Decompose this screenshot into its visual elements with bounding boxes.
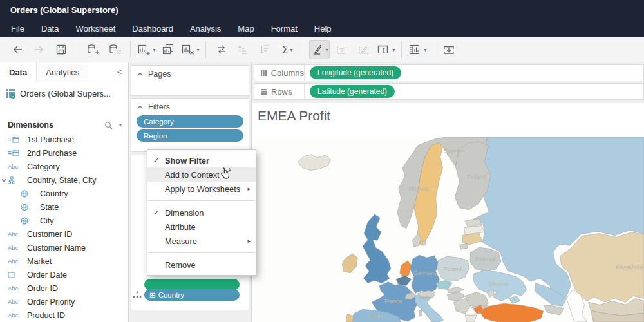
search-icon[interactable] xyxy=(104,120,113,130)
download-icon[interactable] xyxy=(439,41,459,59)
columns-pill-longitude[interactable]: Longitude (generated) xyxy=(310,66,401,79)
menu-item-attribute[interactable]: Attribute xyxy=(147,220,256,234)
date-icon xyxy=(12,136,19,143)
abc-icon: Abc xyxy=(8,285,18,292)
sort-descending-icon[interactable] xyxy=(256,41,275,59)
pause-auto-updates-icon[interactable] xyxy=(105,41,124,59)
menu-bar: File Data Worksheet Dashboard Analysis M… xyxy=(0,19,644,37)
collapse-card-icon[interactable] xyxy=(137,105,143,109)
menu-map[interactable]: Map xyxy=(229,19,262,37)
europe-map[interactable]: SwedenNorwayFinlandPolandBelarusUkraineG… xyxy=(253,137,644,322)
map-region-kaliningrad[interactable] xyxy=(459,243,468,249)
menu-item-dimension[interactable]: ✓Dimension xyxy=(147,205,256,220)
menu-worksheet[interactable]: Worksheet xyxy=(67,19,124,37)
dimensions-title: Dimensions xyxy=(8,120,104,129)
date-icon xyxy=(8,271,15,278)
tableau-window: Orders (Global Superstore) File Data Wor… xyxy=(0,0,644,322)
fit-icon[interactable]: ▾ xyxy=(376,41,395,59)
dimensions-menu-icon[interactable]: ▾ xyxy=(119,122,122,128)
duplicate-sheet-icon[interactable] xyxy=(158,41,178,59)
new-worksheet-icon[interactable]: ▾ xyxy=(137,41,156,59)
calc-icon: = xyxy=(8,149,12,156)
show-me-icon[interactable]: ▾ xyxy=(408,41,427,59)
field-product-id[interactable]: AbcProduct ID xyxy=(0,308,128,322)
menu-dashboard[interactable]: Dashboard xyxy=(124,19,182,37)
show-mark-labels-icon[interactable]: T xyxy=(332,41,352,59)
expand-hierarchy-icon[interactable]: ⊞ xyxy=(149,290,156,299)
menu-help[interactable]: Help xyxy=(306,19,340,37)
abc-icon: Abc xyxy=(8,244,18,251)
map-country-label: Norway xyxy=(409,185,429,192)
field-state[interactable]: State xyxy=(0,200,128,214)
map-view[interactable]: SwedenNorwayFinlandPolandBelarusUkraineG… xyxy=(253,137,644,322)
field-order-id[interactable]: AbcOrder ID xyxy=(0,281,128,295)
sheet-area: Columns Longitude (generated) Rows Latit… xyxy=(251,62,644,322)
collapse-card-icon[interactable] xyxy=(137,72,143,77)
columns-shelf[interactable]: Columns Longitude (generated) xyxy=(254,64,644,81)
collapse-pane-icon[interactable]: < xyxy=(111,62,128,82)
abc-icon: Abc xyxy=(8,312,18,319)
filter-pill-region[interactable]: Region xyxy=(137,129,243,142)
menu-file[interactable]: File xyxy=(3,19,33,37)
map-country-label: Spain xyxy=(367,313,382,319)
tab-data[interactable]: Data xyxy=(0,62,37,82)
back-icon[interactable] xyxy=(8,41,27,59)
map-island-corsica[interactable] xyxy=(419,309,422,316)
field-country-state-city[interactable]: Country, State, City xyxy=(0,173,128,187)
rows-pill-latitude[interactable]: Latitude (generated) xyxy=(310,85,395,98)
sort-ascending-icon[interactable] xyxy=(234,41,253,59)
globe-icon xyxy=(21,217,28,225)
highlight-icon[interactable]: ▾ xyxy=(309,40,330,59)
field-category[interactable]: AbcCategory xyxy=(0,160,128,173)
pages-card: Pages xyxy=(131,65,249,96)
field-customer-name[interactable]: AbcCustomer Name xyxy=(0,241,128,254)
format-annotation-icon[interactable] xyxy=(354,41,374,59)
chevron-down-icon[interactable] xyxy=(1,178,6,183)
rows-shelf[interactable]: Rows Latitude (generated) xyxy=(254,83,644,100)
menu-format[interactable]: Format xyxy=(263,19,306,37)
marks-detail-row: ⊞ Country xyxy=(132,289,240,301)
field-city[interactable]: City xyxy=(0,214,128,227)
abc-icon: Abc xyxy=(8,258,18,265)
menu-item-add-to-context[interactable]: Add to Context xyxy=(147,167,256,182)
map-country-label: Italy xyxy=(419,294,430,301)
swap-rows-columns-icon[interactable] xyxy=(212,41,231,59)
field-customer-id[interactable]: AbcCustomer ID xyxy=(0,227,128,241)
field-1st-purchase[interactable]: =1st Purchase xyxy=(0,133,128,146)
menu-item-measure[interactable]: Measure▸ xyxy=(147,234,256,248)
clear-sheet-icon[interactable]: ▾ xyxy=(180,41,200,59)
map-country-label: Belarus xyxy=(475,256,495,262)
check-icon: ✓ xyxy=(147,209,165,217)
menu-item-show-filter[interactable]: ✓Show Filter xyxy=(147,153,256,167)
forward-icon[interactable] xyxy=(30,41,49,59)
pages-card-title: Pages xyxy=(148,70,171,79)
filter-pill-category[interactable]: Category xyxy=(137,115,243,128)
field-order-date[interactable]: Order Date xyxy=(0,268,128,281)
field-order-priority[interactable]: AbcOrder Priority xyxy=(0,295,128,308)
map-country-label: France xyxy=(384,298,402,305)
worksheet: EMEA Profit xyxy=(252,103,644,322)
map-country-label: Finland xyxy=(467,174,486,180)
menu-item-remove[interactable]: Remove xyxy=(147,258,256,272)
datasource-row[interactable]: Orders (Global Supers... xyxy=(0,82,128,104)
menu-data[interactable]: Data xyxy=(33,19,67,37)
totals-icon[interactable]: Σ▾ xyxy=(278,41,297,59)
field-market[interactable]: AbcMarket xyxy=(0,254,128,268)
map-country-label: Kazakhsta xyxy=(616,264,643,270)
add-data-source-icon[interactable] xyxy=(83,41,102,59)
marks-detail-pill-country[interactable]: ⊞ Country xyxy=(144,289,240,301)
field-2nd-purchase[interactable]: =2nd Purchase xyxy=(0,146,128,160)
field-country[interactable]: Country xyxy=(0,187,128,200)
menu-item-apply-to-worksheets[interactable]: Apply to Worksheets▸ xyxy=(147,182,256,196)
tab-analytics[interactable]: Analytics xyxy=(37,62,88,82)
abc-icon: Abc xyxy=(8,298,18,305)
menu-analysis[interactable]: Analysis xyxy=(182,19,229,37)
submenu-arrow-icon: ▸ xyxy=(247,238,251,244)
menu-separator xyxy=(148,252,255,253)
map-country-label: Sweden xyxy=(444,148,465,155)
check-icon: ✓ xyxy=(147,156,165,165)
map-country-label: Ukraine xyxy=(489,281,509,287)
datasource-icon xyxy=(5,88,15,99)
save-icon[interactable] xyxy=(52,41,71,59)
rows-label: Rows xyxy=(271,87,292,97)
